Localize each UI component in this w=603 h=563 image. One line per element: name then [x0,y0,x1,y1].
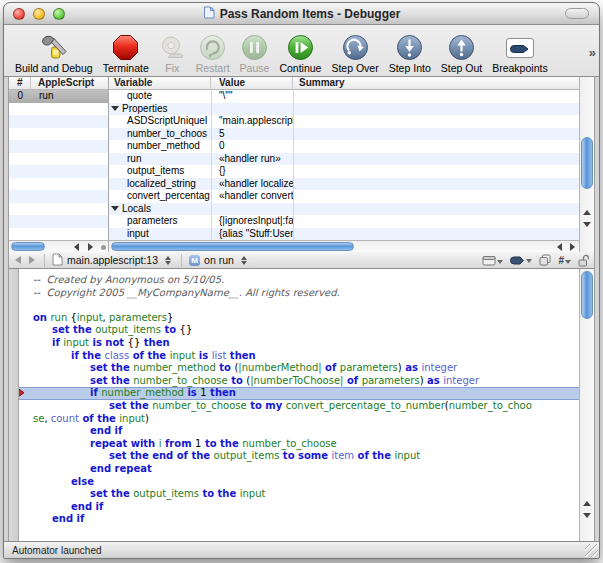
scope-popup-stepper-icon[interactable] [241,256,247,265]
terminate-icon [112,33,139,62]
minimize-button[interactable] [33,8,45,20]
code-line[interactable]: repeat with i from 1 to the number_to_ch… [19,438,579,451]
code-line[interactable]: se, count of the input) [19,413,579,426]
title-bar[interactable]: Pass Random Items - Debugger [4,3,599,25]
variable-row[interactable]: number_to_choos5 [109,128,579,141]
current-execution-line[interactable]: if number_method is 1 then [19,387,579,400]
line-numbers-icon[interactable]: # [558,255,571,266]
copy-icon[interactable] [539,254,551,266]
zoom-button[interactable] [53,8,65,20]
code-line[interactable]: else [19,476,579,489]
code-line[interactable]: end if [19,501,579,514]
variable-row[interactable]: parameters{|ignoresInput|:fa [109,215,579,228]
toolbar-breakpoints-button[interactable]: Breakpoints [487,27,552,75]
pane-splitter-dot[interactable] [101,245,106,250]
variable-row[interactable]: convert_percentag«handler convert [109,190,579,203]
scope-popup-label[interactable]: on run [204,254,234,266]
toolbar-build-and-debug-button[interactable]: Build and Debug [10,27,98,75]
code-line[interactable]: on run {input, parameters} [19,312,579,325]
editor-gutter[interactable] [9,269,19,541]
variable-row[interactable]: quote"\"" [109,90,579,103]
close-button[interactable] [13,8,25,20]
code-token: output_items [133,488,199,499]
code-line[interactable]: -- Created by Anonymous on 5/10/05. [19,274,579,287]
variables-vscroll-thumb[interactable] [581,137,593,189]
variables-hscroll-right-arrow-icon[interactable] [566,241,578,252]
variable-row[interactable]: output_items{} [109,165,579,178]
variables-hscroll-thumb[interactable] [111,242,354,251]
code-editor[interactable]: -- Created by Anonymous on 5/10/05.-- Co… [8,269,595,541]
variables-vscroll-up-arrow-icon[interactable] [580,207,594,218]
toolbar-step-out-button[interactable]: Step Out [436,27,487,75]
lock-icon[interactable] [578,254,590,267]
nav-forward-icon[interactable] [29,256,35,264]
code-line[interactable]: if input is not {} then [19,337,579,350]
counterpart-icon[interactable] [482,255,503,266]
toolbar-terminate-button[interactable]: Terminate [98,27,154,75]
code-line[interactable]: set the end of the output_items to some … [19,450,579,463]
editor-vscroll-up-arrow-icon[interactable] [580,498,594,509]
code-line[interactable]: set the output_items to {} [19,324,579,337]
toolbar-overflow-chevron-icon[interactable]: » [589,45,596,60]
editor-vscrollbar [579,269,594,541]
code-line[interactable]: -- Copyright 2005 __MyCompanyName__. All… [19,287,579,300]
traffic-lights [13,8,65,20]
variable-name-cell: convert_percentag [109,190,211,203]
toolbar-toggle-pill[interactable] [565,8,589,19]
variable-row[interactable]: run«handler run» [109,153,579,166]
code-line[interactable]: set the output_items to the input [19,488,579,501]
code-token: as [402,362,422,373]
editor-vscroll-thumb[interactable] [581,271,593,319]
variable-group-row[interactable]: Locals [109,203,579,216]
stack-hscroll-thumb[interactable] [11,242,45,251]
code-line[interactable]: end if [19,425,579,438]
code-line[interactable]: set the number_method to (|numberMethod|… [19,362,579,375]
toolbar-step-over-button[interactable]: Step Over [326,27,383,75]
variables-vscroll-down-arrow-icon[interactable] [580,219,594,230]
code-token: end if [52,513,84,524]
code-line[interactable] [19,299,579,312]
variables-hscroll-left-arrow-icon[interactable] [553,241,565,252]
stack-hscroll-left-arrow-icon[interactable] [70,241,82,252]
variables-col-variable[interactable]: Variable [109,77,211,90]
variable-row[interactable]: number_method0 [109,140,579,153]
editor-vscroll-down-arrow-icon[interactable] [580,510,594,521]
code-token: set the [109,400,152,411]
variable-row[interactable]: localized_string«handler localize [109,178,579,191]
variable-summary-cell [293,178,579,191]
stack-col-applescript[interactable]: AppleScript [31,77,108,90]
file-popup-label[interactable]: main.applescript:13 [67,254,158,266]
stack-col-num[interactable]: # [9,77,31,90]
code-line[interactable]: set the number_to_choose to (|numberToCh… [19,375,579,388]
code-line[interactable]: end if [19,513,579,526]
code-token: end if [90,425,122,436]
variables-hscrollbar [109,240,579,252]
variable-row[interactable]: input{alias "Stuff:Users [109,228,579,241]
toolbar-step-into-button[interactable]: Step Into [384,27,436,75]
code-token: end if [71,501,103,512]
disclosure-triangle-icon[interactable] [111,206,119,211]
variable-summary-cell [293,140,579,153]
breakpoint-pill-icon[interactable] [510,256,532,265]
column-divider[interactable] [211,90,212,240]
code-line[interactable]: set the number_to_choose to my convert_p… [19,400,579,413]
column-divider[interactable] [293,90,294,240]
stack-frame-row[interactable]: 0run [9,90,108,103]
variables-col-summary[interactable]: Summary [293,77,579,90]
variables-col-value[interactable]: Value [211,77,293,90]
code-token: convert_percentage_to_number [286,400,445,411]
resize-grip-icon[interactable] [585,544,598,557]
variable-summary-cell [293,90,579,103]
disclosure-triangle-icon[interactable] [111,106,119,111]
variable-group-row[interactable]: Properties [109,103,579,116]
variable-value-cell: «handler run» [211,153,293,166]
file-popup-stepper-icon[interactable] [165,256,171,265]
stack-hscroll-right-arrow-icon[interactable] [84,241,96,252]
code-line[interactable]: if the class of the input is list then [19,350,579,363]
nav-back-icon[interactable] [15,256,21,264]
toolbar-continue-button[interactable]: Continue [274,27,326,75]
variable-row[interactable]: ASDScriptUniqueI"main.applescript [109,115,579,128]
toolbar-button-label: Step Into [389,62,431,75]
code-token: |numberMethod| [238,362,321,373]
code-line[interactable]: end repeat [19,463,579,476]
